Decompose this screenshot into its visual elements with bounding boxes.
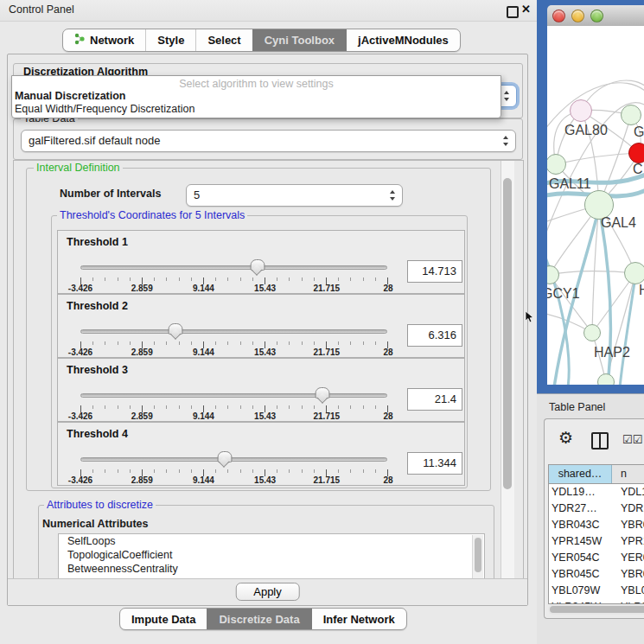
network-node[interactable] — [628, 143, 644, 163]
table-cell[interactable]: YDR27… — [549, 501, 614, 517]
slider-track[interactable] — [80, 329, 387, 334]
slider-track[interactable] — [80, 457, 387, 462]
tab-discretize-data[interactable]: Discretize Data — [207, 609, 310, 629]
table-cell[interactable]: YBL0 — [614, 583, 644, 599]
network-icon — [74, 33, 86, 48]
threshold-slider[interactable] — [80, 386, 387, 404]
tab-cyni-toolbox[interactable]: Cyni Toolbox — [252, 29, 346, 51]
table-cell[interactable]: YBR0 — [614, 566, 644, 583]
table-cell[interactable]: YBL079W — [549, 583, 614, 599]
table-row[interactable]: YDL19… YDL1 — [549, 484, 644, 501]
settings-scroll-viewport: Interval Definition Number of Intervals … — [13, 160, 524, 580]
table-cell[interactable]: YER0 — [614, 550, 644, 566]
slider-tick-labels: -3.4262.8599.14415.4321.71528 — [80, 411, 388, 422]
zoom-traffic-light[interactable] — [590, 10, 603, 22]
list-item[interactable]: TopologicalCoefficient — [59, 548, 484, 562]
table-cell[interactable]: YBR043C — [549, 517, 614, 533]
combo-arrows-icon — [504, 91, 510, 101]
network-window-titlebar[interactable] — [547, 5, 644, 27]
table-cell[interactable]: YDL1 — [614, 484, 644, 501]
table-cell[interactable]: YER054C — [549, 550, 614, 566]
column-layout-icon[interactable] — [591, 432, 609, 450]
threshold-value-field[interactable]: 21.4 — [407, 388, 462, 411]
table-row[interactable]: YDR27… YDR2 — [549, 501, 644, 517]
tick-label: 21.715 — [314, 411, 341, 421]
table-cell[interactable]: YDR2 — [614, 501, 644, 517]
tab-infer-network[interactable]: Infer Network — [311, 609, 406, 629]
close-icon[interactable]: ✕ — [521, 3, 531, 16]
threshold-value-field[interactable]: 14.713 — [407, 260, 462, 283]
slider-handle[interactable] — [217, 451, 232, 462]
column-header-name[interactable]: n — [612, 465, 644, 483]
table-cell[interactable]: YBR045C — [549, 566, 614, 583]
network-node[interactable] — [570, 99, 592, 122]
threshold-panel-2: Threshold 2 -3.4262.8599.14415.4321.7152… — [57, 294, 465, 358]
slider-track[interactable] — [80, 393, 387, 398]
minimize-traffic-light[interactable] — [571, 10, 584, 22]
table-row[interactable]: YPR145W YPR1 — [549, 533, 644, 550]
popup-item-manual[interactable]: Manual Discretization — [15, 90, 126, 102]
list-scrollbar[interactable] — [472, 535, 483, 580]
table-row[interactable]: YBR043C YBR0 — [549, 517, 644, 533]
table-row[interactable]: YBL079W YBL0 — [549, 583, 644, 599]
threshold-slider[interactable] — [80, 322, 387, 340]
close-traffic-light[interactable] — [552, 10, 565, 22]
table-data-combo[interactable]: galFiltered.sif default node — [21, 130, 516, 152]
algorithm-popup: Select algorithm to view settings Manual… — [11, 75, 501, 118]
network-view-window: GAL80GACGAL11GAL4GCY1HHAP2 — [537, 0, 644, 393]
group-label: Attributes to discretize — [44, 499, 156, 511]
tab-select[interactable]: Select — [195, 29, 252, 51]
network-node[interactable] — [597, 373, 615, 385]
screen: Control Panel ✕ Network Style Select Cyn… — [0, 0, 644, 644]
mouse-cursor — [526, 311, 534, 327]
table-row[interactable]: YBR045C YBR0 — [549, 566, 644, 583]
node-table: shared… n YDL19… YDL1 YDR27… YDR2 — [548, 464, 644, 604]
combo-value: galFiltered.sif default node — [29, 134, 160, 147]
network-node[interactable] — [621, 105, 641, 125]
tick-label: 15.43 — [254, 475, 276, 485]
table-horizontal-scrollbar[interactable] — [548, 604, 644, 615]
table-cell[interactable]: YPR1 — [614, 533, 644, 550]
gear-icon[interactable]: ⚙ — [558, 428, 573, 448]
tab-style[interactable]: Style — [145, 29, 195, 51]
numerical-attributes-list[interactable]: SelfLoopsTopologicalCoefficientBetweenne… — [58, 533, 485, 580]
threshold-value-field[interactable]: 11.344 — [407, 452, 462, 475]
table-cell[interactable]: YBR0 — [614, 517, 644, 533]
panel-scrollbar[interactable] — [501, 161, 514, 579]
column-header-shared-name[interactable]: shared… — [549, 465, 612, 483]
scrollbar-thumb[interactable] — [550, 606, 644, 613]
slider-handle[interactable] — [250, 259, 265, 271]
apply-button[interactable]: Apply — [235, 583, 300, 601]
slider-handle[interactable] — [169, 323, 183, 335]
threshold-value-field[interactable]: 6.316 — [407, 324, 462, 347]
tab-network[interactable]: Network — [63, 29, 145, 51]
tab-label: Style — [157, 34, 184, 47]
tab-impute-data[interactable]: Impute Data — [120, 609, 207, 629]
float-window-icon[interactable] — [507, 6, 519, 18]
tab-label: Network — [90, 34, 134, 47]
network-node[interactable] — [583, 324, 601, 341]
network-node-label: GA — [634, 124, 644, 140]
tab-jactivemnodules[interactable]: jActiveMNodules — [346, 29, 460, 51]
scrollbar-thumb[interactable] — [475, 538, 481, 572]
interval-definition-group: Interval Definition Number of Intervals … — [26, 168, 491, 491]
num-intervals-combo[interactable]: 5 — [186, 184, 403, 207]
tick-label: 28 — [383, 411, 392, 421]
list-item[interactable]: SelfLoops — [59, 534, 484, 548]
table-cell[interactable]: YPR145W — [549, 533, 614, 550]
threshold-slider[interactable] — [80, 450, 387, 468]
list-item[interactable]: BetweennessCentrality — [59, 562, 484, 576]
popup-item-equal-width[interactable]: Equal Width/Frequency Discretization — [15, 103, 194, 115]
threshold-label: Threshold 2 — [67, 300, 128, 312]
slider-tick-labels: -3.4262.8599.14415.4321.71528 — [80, 284, 388, 294]
network-node[interactable] — [624, 262, 644, 284]
slider-track[interactable] — [80, 265, 387, 270]
thresholds-group: Threshold's Coordinates for 5 Intervals … — [51, 215, 468, 488]
scrollbar-thumb[interactable] — [503, 178, 512, 489]
network-canvas[interactable]: GAL80GACGAL11GAL4GCY1HHAP2 — [547, 26, 644, 385]
table-cell[interactable]: YDL19… — [549, 484, 614, 501]
threshold-slider[interactable] — [80, 258, 387, 276]
select-columns-icon[interactable]: ☑☑ — [622, 433, 642, 446]
table-row[interactable]: YER054C YER0 — [549, 550, 644, 566]
slider-handle[interactable] — [316, 387, 330, 399]
